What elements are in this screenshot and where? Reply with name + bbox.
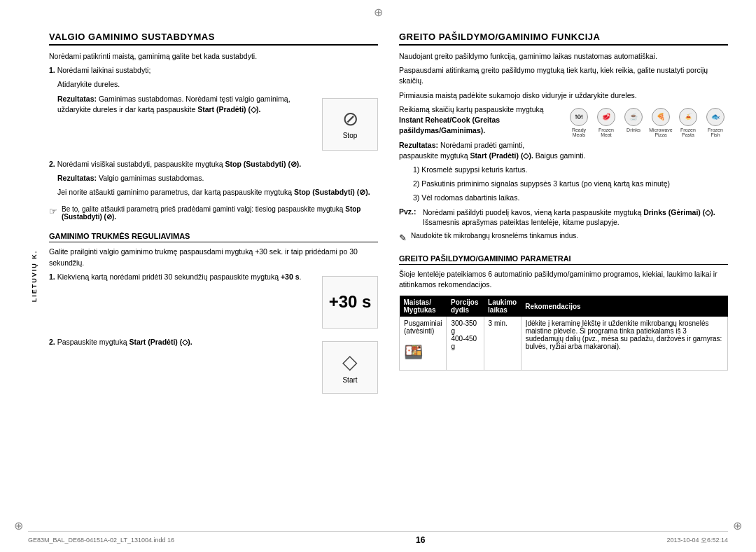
- start-button-image: ◇ Start: [322, 341, 378, 394]
- item2-text: Norėdami visiškai sustabdyti, paspauskit…: [57, 160, 225, 168]
- footer-date: 2013-10-04 오6:52:14: [666, 536, 728, 545]
- note-text: Naudokite tik mikrobangų krosnelėms tink…: [411, 232, 578, 240]
- sustabdymas-intro: Norėdami patikrinti maistą, gaminimą gal…: [49, 51, 378, 62]
- item2-result-label: Rezultatas:: [57, 174, 97, 182]
- funkcija-intro: Naudojant greito pašildymo funkciją, gam…: [399, 51, 728, 62]
- section-funkcija-title: GREITO PAŠILDYMO/GAMINIMO FUNKCIJA: [399, 32, 728, 46]
- trukmė-item1-text: Kiekvieną kartą norėdami pridėti 30 seku…: [57, 272, 281, 281]
- page: ⊕ ⊕ ⊕ LIETUVIŲ K. VALGIO GAMINIMO SUSTAB…: [0, 0, 756, 552]
- parametrai-intro: Šioje lentelėje pateikiamos 6 automatini…: [399, 269, 728, 290]
- table-row: Pusgaminiai(atvėsinti) 🍱 300-350 g400-45…: [400, 317, 728, 371]
- crosshair-top: ⊕: [374, 6, 383, 19]
- stop-label: Stop: [343, 132, 358, 139]
- right-column: GREITO PAŠILDYMO/GAMINIMO FUNKCIJA Naudo…: [399, 32, 728, 409]
- left-column: VALGIO GAMINIMO SUSTABDYMAS Norėdami pat…: [49, 32, 378, 409]
- section-trukmė-title: GAMINIMO TRUKMĖS REGULIAVIMAS: [49, 232, 378, 242]
- ready-meals-label: Ready Meals: [566, 127, 592, 137]
- tip-text: Be to, galite atšaukti parametrą prieš p…: [62, 205, 378, 221]
- icon-drinks: ☕ Drinks: [621, 108, 646, 137]
- col-portion: Porcijosdydis: [447, 296, 484, 317]
- vertical-language-label: LIETUVIŲ K.: [31, 250, 38, 303]
- trukmė-intro: Galite prailginti valgio gaminimo trukmę…: [49, 247, 378, 268]
- item2-result: Valgio gaminimas sustabdomas.: [97, 174, 204, 182]
- section-parametrai-title: GREITO PAŠILDYMO/GAMINIMO PARAMETRAI: [399, 254, 728, 265]
- item2-num: 2.: [49, 160, 55, 168]
- tip-icon: ☞: [49, 206, 57, 216]
- stop-button-image: ⊘ Stop: [322, 98, 378, 151]
- frozen-meat-icon: 🥩: [597, 108, 615, 126]
- sub3: 3) Vėl rodomas dabartinis laikas.: [413, 193, 728, 203]
- sustabdymas-item2: 2. Norėdami visiškai sustabdyti, paspaus…: [49, 159, 378, 202]
- cell-food: Pusgaminiai(atvėsinti) 🍱: [400, 317, 447, 371]
- plus30-button-image: +30 s: [322, 276, 378, 329]
- section-sustabdymas: VALGIO GAMINIMO SUSTABDYMAS Norėdami pat…: [49, 32, 378, 221]
- col-food: Maistas/Mygtukas: [400, 296, 447, 317]
- main-content: VALGIO GAMINIMO SUSTABDYMAS Norėdami pat…: [49, 32, 728, 409]
- start-label: Start: [342, 376, 357, 384]
- funkcija-p3: Pirmiausia maistą padėkite sukamojo disk…: [399, 90, 728, 101]
- section-sustabdymas-title: VALGIO GAMINIMO SUSTABDYMAS: [49, 32, 378, 46]
- trukmė-item1: +30 s 1. Kiekvieną kartą norėdami pridėt…: [49, 272, 378, 333]
- food-icon-cell: 🍱: [404, 338, 423, 367]
- note-box: ✎ Naudokite tik mikrobangų krosnelėms ti…: [399, 232, 728, 243]
- food-name: Pusgaminiai(atvėsinti): [404, 319, 442, 335]
- icon-pizza: 🍕 Microwave Pizza: [648, 108, 673, 137]
- footer: GE83M_BAL_DE68-04151A-02_LT_131004.indd …: [28, 531, 728, 545]
- item1-result-label: Rezultatas:: [57, 95, 97, 103]
- icon-frozen-meat: 🥩 Frozen Meat: [594, 108, 619, 137]
- pvz-content: Norėdami pašildyti puodelį kavos, vieną …: [423, 207, 728, 228]
- cell-rec: Įdėkite į keraminę lėkštę ir uždenkite m…: [521, 317, 727, 371]
- drinks-icon: ☕: [624, 108, 643, 126]
- item2-bold: Stop (Sustabdyti) (⊘).: [225, 160, 302, 168]
- cell-portion: 300-350 g400-450 g: [447, 317, 484, 371]
- trukmė-item2-bold: Start (Pradėti) (◇).: [129, 338, 192, 346]
- pvz-label: Pvz.:: [399, 207, 419, 228]
- section-trukmė: GAMINIMO TRUKMĖS REGULIAVIMAS Galite pra…: [49, 232, 378, 397]
- food-icon: 🍱: [404, 343, 423, 361]
- plus30-text: +30 s: [329, 292, 372, 312]
- trukmė-item2-text: Paspauskite mygtuką: [57, 338, 130, 346]
- icon-pasta: 🍝 Frozen Pasta: [676, 108, 701, 137]
- drinks-label: Drinks: [626, 127, 640, 132]
- item1-sub: Atidarykite dureles.: [57, 79, 378, 90]
- sub1: 1) Krosmelė supypsi keturis kartus.: [413, 165, 728, 175]
- pizza-label: Microwave Pizza: [648, 127, 673, 137]
- footer-file: GE83M_BAL_DE68-04151A-02_LT_131004.indd …: [28, 537, 174, 544]
- start-icon: ◇: [342, 350, 358, 373]
- trukmė-item2: ◇ Start 2. Paspauskite mygtuką Start (Pr…: [49, 337, 378, 398]
- col-rec: Rekomendacijos: [521, 296, 727, 317]
- ready-meals-icon: 🍽: [570, 108, 588, 126]
- item1-num: 1.: [49, 66, 55, 74]
- pasta-icon: 🍝: [679, 108, 697, 126]
- sustabdymas-item1: 1. Norėdami laikinai sustabdyti; Atidary…: [49, 65, 378, 154]
- page-number: 16: [416, 535, 425, 545]
- crosshair-br: ⊕: [733, 519, 742, 532]
- trukmė-item2-num: 2.: [49, 338, 55, 346]
- frozen-meat-label: Frozen Meat: [594, 127, 619, 137]
- fish-label: Frozen Fish: [703, 127, 728, 137]
- pizza-icon: 🍕: [652, 108, 670, 126]
- crosshair-bl: ⊕: [14, 519, 23, 532]
- trukmė-item1-num: 1.: [49, 272, 55, 281]
- section-funkcija: GREITO PAŠILDYMO/GAMINIMO FUNKCIJA Naudo…: [399, 32, 728, 243]
- pvz-row: Pvz.: Norėdami pašildyti puodelį kavos, …: [399, 207, 728, 228]
- icon-ready-meals: 🍽 Ready Meals: [566, 108, 592, 137]
- fish-icon: 🐟: [706, 108, 724, 126]
- function-icon-grid: 🍽 Ready Meals 🥩 Frozen Meat ☕ Drinks 🍕 M…: [566, 108, 728, 137]
- section-parametrai: GREITO PAŠILDYMO/GAMINIMO PARAMETRAI Šio…: [399, 254, 728, 371]
- item1-text: Norėdami laikinai sustabdyti;: [57, 66, 151, 74]
- note-icon: ✎: [399, 233, 407, 243]
- item1-result-bold: Start (Pradėti) (◇).: [197, 105, 260, 113]
- funkcija-result: Rezultatas: Norėdami pradėti gaminti, pa…: [399, 140, 728, 161]
- sub2: 2) Paskutinis priminimo signalas supypsė…: [413, 179, 728, 189]
- trukmė-item1-bold: +30 s: [281, 272, 300, 281]
- item2-note1: Jei norite atšaukti gaminimo parametrus,…: [57, 187, 378, 198]
- stop-icon: ⊘: [342, 109, 358, 129]
- col-time: Laukimolaikas: [484, 296, 521, 317]
- pasta-label: Frozen Pasta: [676, 127, 701, 137]
- sustabdymas-tip: ☞ Be to, galite atšaukti parametrą prieš…: [49, 205, 378, 221]
- parametrai-table: Maistas/Mygtukas Porcijosdydis Laukimola…: [399, 296, 728, 371]
- icon-fish: 🐟 Frozen Fish: [703, 108, 728, 137]
- funkcija-p2: Paspausdami atitinkamą greito pašildymo …: [399, 65, 728, 86]
- cell-time: 3 min.: [484, 317, 521, 371]
